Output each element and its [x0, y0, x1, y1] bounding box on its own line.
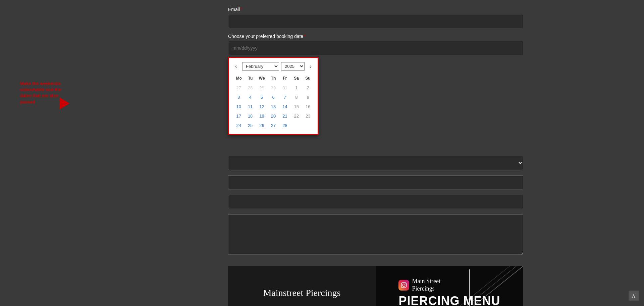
- cal-day-26[interactable]: 26: [256, 121, 267, 130]
- weekday-mo: Mo: [233, 75, 245, 82]
- email-group: Email*: [228, 7, 523, 28]
- cal-day-12[interactable]: 12: [256, 102, 267, 111]
- cal-day-10[interactable]: 10: [233, 102, 244, 111]
- weekday-su: Su: [302, 75, 314, 82]
- month-year-selects: January February March April May June Ju…: [242, 62, 305, 71]
- booking-date-group: Choose your preferred booking date* ‹ Ja…: [228, 34, 523, 55]
- year-select[interactable]: 2024 2025 2026: [281, 62, 305, 71]
- date-input[interactable]: [228, 41, 523, 55]
- svg-point-4: [403, 284, 406, 287]
- weekday-sa: Sa: [290, 75, 302, 82]
- month-select[interactable]: January February March April May June Ju…: [242, 62, 279, 71]
- cal-day-7[interactable]: 7: [279, 93, 290, 102]
- booking-label: Choose your preferred booking date*: [228, 34, 523, 39]
- cal-day-13[interactable]: 13: [268, 102, 279, 111]
- cal-day-next-2[interactable]: [303, 121, 314, 130]
- cal-day-14[interactable]: 14: [279, 102, 290, 111]
- svg-line-2: [456, 266, 510, 306]
- cal-day-next-1[interactable]: [291, 121, 302, 130]
- cal-day-8[interactable]: 8: [291, 93, 302, 102]
- cal-day-28[interactable]: 28: [279, 121, 290, 130]
- cal-day-9[interactable]: 9: [303, 93, 314, 102]
- cal-day-15[interactable]: 15: [291, 102, 302, 111]
- instagram-icon: [398, 280, 409, 291]
- cal-day-24[interactable]: 24: [233, 121, 244, 130]
- banner-shop-name: Main Street Piercings: [412, 278, 440, 292]
- extra-input-2[interactable]: [228, 195, 523, 209]
- cal-day-1[interactable]: 1: [291, 83, 302, 92]
- cal-day-11[interactable]: 11: [245, 102, 256, 111]
- cal-day-18[interactable]: 18: [245, 112, 256, 121]
- svg-line-0: [456, 266, 523, 306]
- cal-day-16[interactable]: 16: [303, 102, 314, 111]
- separator-line: [469, 269, 470, 306]
- cal-day-prev-29[interactable]: 29: [256, 83, 267, 92]
- email-required: *: [240, 7, 242, 12]
- calendar-header: ‹ January February March April May June …: [233, 62, 314, 71]
- email-label: Email*: [228, 7, 523, 12]
- cal-day-3[interactable]: 3: [233, 93, 244, 102]
- email-input[interactable]: [228, 14, 523, 28]
- banner-right: Main Street Piercings PIERCING MENU: [376, 266, 523, 306]
- banner-left: Mainstreet Piercings: [228, 266, 376, 306]
- calendar-days: 27 28 29 30 31 1 2 3 4 5: [233, 83, 314, 130]
- message-textarea[interactable]: [228, 214, 523, 255]
- calendar-popup: ‹ January February March April May June …: [228, 57, 319, 135]
- cal-day-prev-30[interactable]: 30: [268, 83, 279, 92]
- extra-input[interactable]: [228, 175, 523, 189]
- textarea-group: [228, 214, 523, 256]
- prev-month-button[interactable]: ‹: [233, 63, 239, 70]
- cal-day-2[interactable]: 2: [303, 83, 314, 92]
- cal-day-20[interactable]: 20: [268, 112, 279, 121]
- extra-input-group-2: [228, 195, 523, 209]
- cal-day-25[interactable]: 25: [245, 121, 256, 130]
- weekday-th: Th: [268, 75, 279, 82]
- main-content: Email* Choose your preferred booking dat…: [107, 0, 644, 306]
- weekday-tu: Tu: [245, 75, 256, 82]
- form-container: Email* Choose your preferred booking dat…: [225, 7, 527, 306]
- cal-day-19[interactable]: 19: [256, 112, 267, 121]
- banner-left-text: Mainstreet Piercings: [263, 288, 341, 298]
- cal-day-5[interactable]: 5: [256, 93, 267, 102]
- svg-point-5: [405, 283, 406, 284]
- booking-required: *: [304, 34, 306, 39]
- weekday-we: We: [256, 75, 268, 82]
- scroll-to-top-button[interactable]: ∧: [629, 291, 639, 301]
- select-group: [228, 156, 523, 170]
- cal-day-22[interactable]: 22: [291, 112, 302, 121]
- left-panel: Make the weekends unbookable and the dat…: [0, 0, 107, 306]
- cal-day-prev-31[interactable]: 31: [279, 83, 290, 92]
- weekday-fr: Fr: [279, 75, 290, 82]
- cal-day-23[interactable]: 23: [303, 112, 314, 121]
- date-input-wrapper: ‹ January February March April May June …: [228, 41, 523, 55]
- svg-line-1: [456, 266, 517, 306]
- cal-day-4[interactable]: 4: [245, 93, 256, 102]
- cal-day-21[interactable]: 21: [279, 112, 290, 121]
- cal-day-prev-27[interactable]: 27: [233, 83, 244, 92]
- cal-day-17[interactable]: 17: [233, 112, 244, 121]
- cal-day-prev-28[interactable]: 28: [245, 83, 256, 92]
- extra-input-group: [228, 175, 523, 189]
- banner-right-header: Main Street Piercings: [398, 278, 440, 292]
- cal-day-27[interactable]: 27: [268, 121, 279, 130]
- svg-rect-3: [401, 283, 407, 288]
- weekdays-row: Mo Tu We Th Fr Sa Su: [233, 75, 314, 82]
- cal-day-6[interactable]: 6: [268, 93, 279, 102]
- bottom-banners: Mainstreet Piercings: [228, 266, 523, 306]
- service-select[interactable]: [228, 156, 523, 170]
- banner-lines-graphic: [456, 266, 523, 306]
- calendar-grid: Mo Tu We Th Fr Sa Su 27 2: [233, 75, 314, 130]
- next-month-button[interactable]: ›: [308, 63, 314, 70]
